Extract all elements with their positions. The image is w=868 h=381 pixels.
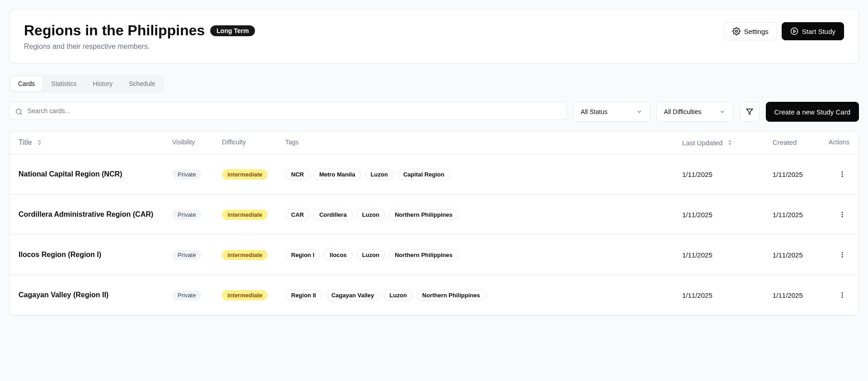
page-title: Regions in the Philippines — [24, 22, 205, 39]
tag: Northern Philippines — [389, 249, 458, 261]
tag: CAR — [285, 209, 310, 220]
tabs: Cards Statistics History Schedule — [9, 75, 164, 93]
difficulty-select[interactable]: All Difficulties — [656, 102, 733, 122]
col-header-title[interactable]: Title — [19, 138, 172, 147]
tags-cell: Region IIlocosLuzonNorthern Philippines — [285, 249, 682, 261]
more-vertical-icon — [839, 251, 846, 258]
svg-point-3 — [16, 109, 21, 114]
card-title[interactable]: Cagayan Valley (Region II) — [19, 291, 172, 299]
created-cell: 1/11/2025 — [773, 251, 822, 259]
tab-history[interactable]: History — [85, 76, 120, 91]
tag: Luzon — [356, 209, 385, 220]
col-header-visibility: Visibility — [172, 138, 222, 147]
row-actions-button[interactable] — [835, 207, 849, 222]
visibility-pill: Private — [172, 210, 201, 220]
updated-cell: 1/11/2025 — [682, 251, 773, 259]
svg-point-8 — [842, 176, 842, 176]
created-cell: 1/11/2025 — [773, 211, 822, 219]
table-row: Cordillera Administrative Region (CAR) P… — [9, 195, 859, 235]
tags-cell: NCRMetro ManilaLuzonCapital Region — [285, 169, 682, 180]
col-header-updated[interactable]: Last Updated — [682, 138, 773, 147]
difficulty-select-label: All Difficulties — [664, 108, 702, 115]
table-header: Title Visibility Difficulty Tags Last Up… — [9, 131, 859, 154]
cards-table: Title Visibility Difficulty Tags Last Up… — [9, 131, 859, 316]
tag: Northern Philippines — [416, 290, 486, 301]
tag: Cagayan Valley — [326, 290, 380, 301]
create-card-label: Create a new Study Card — [774, 108, 850, 116]
more-vertical-icon — [839, 291, 846, 299]
tag: Metro Manila — [313, 169, 361, 180]
svg-marker-2 — [793, 30, 796, 33]
tag: Ilocos — [324, 249, 353, 261]
updated-cell: 1/11/2025 — [682, 211, 773, 219]
tag: Region II — [285, 290, 322, 301]
table-row: National Capital Region (NCR) Private in… — [9, 154, 859, 195]
create-card-button[interactable]: Create a new Study Card — [766, 102, 859, 122]
col-header-actions: Actions — [822, 138, 849, 147]
tab-cards[interactable]: Cards — [11, 76, 42, 91]
difficulty-pill: intermediate — [222, 169, 268, 180]
more-vertical-icon — [839, 211, 846, 218]
table-row: Ilocos Region (Region I) Private interme… — [9, 235, 859, 275]
visibility-pill: Private — [172, 290, 201, 300]
tab-schedule[interactable]: Schedule — [122, 76, 162, 91]
tags-cell: Region IICagayan ValleyLuzonNorthern Phi… — [285, 290, 682, 301]
svg-point-0 — [735, 30, 737, 33]
card-title[interactable]: Ilocos Region (Region I) — [19, 251, 172, 259]
header-card: Regions in the Philippines Long Term Reg… — [9, 9, 859, 64]
tag: Luzon — [365, 169, 394, 180]
col-header-tags: Tags — [285, 138, 682, 147]
svg-point-16 — [842, 295, 842, 295]
svg-line-4 — [20, 113, 22, 114]
tag: Northern Philippines — [389, 209, 458, 220]
svg-point-7 — [842, 174, 842, 174]
svg-point-1 — [791, 28, 797, 35]
sort-icon — [727, 139, 733, 146]
updated-cell: 1/11/2025 — [682, 171, 773, 178]
gear-icon — [732, 27, 741, 35]
row-actions-button[interactable] — [835, 167, 849, 181]
svg-point-12 — [842, 252, 842, 253]
tag: Luzon — [384, 290, 413, 301]
search-icon — [15, 108, 23, 115]
badge-long-term: Long Term — [210, 25, 255, 36]
tab-statistics[interactable]: Statistics — [44, 76, 84, 91]
updated-cell: 1/11/2025 — [682, 291, 773, 299]
card-title[interactable]: Cordillera Administrative Region (CAR) — [19, 210, 172, 219]
svg-point-11 — [842, 216, 842, 217]
svg-point-10 — [842, 214, 842, 214]
filter-icon — [746, 108, 753, 115]
start-study-label: Start Study — [802, 28, 835, 35]
tag: Region I — [285, 249, 320, 261]
settings-button[interactable]: Settings — [724, 22, 777, 40]
row-actions-button[interactable] — [835, 248, 849, 262]
svg-point-9 — [842, 212, 842, 213]
row-actions-button[interactable] — [835, 288, 849, 302]
svg-marker-5 — [746, 109, 752, 114]
page-subtitle: Regions and their respective members. — [24, 43, 255, 51]
svg-point-13 — [842, 254, 842, 255]
tag: Cordillera — [313, 209, 353, 220]
svg-point-14 — [842, 257, 842, 257]
svg-point-17 — [842, 297, 842, 297]
status-select[interactable]: All Status — [573, 102, 650, 122]
difficulty-pill: intermediate — [222, 290, 268, 300]
card-title[interactable]: National Capital Region (NCR) — [19, 170, 172, 178]
more-vertical-icon — [839, 171, 846, 178]
search-input[interactable] — [9, 102, 567, 120]
play-circle-icon — [790, 27, 798, 35]
tag: NCR — [285, 169, 310, 180]
visibility-pill: Private — [172, 250, 201, 260]
filter-button[interactable] — [740, 102, 760, 122]
difficulty-pill: intermediate — [222, 250, 268, 260]
svg-point-6 — [842, 172, 842, 172]
created-cell: 1/11/2025 — [773, 171, 822, 178]
tag: Capital Region — [397, 169, 450, 180]
col-header-difficulty: Difficulty — [222, 138, 285, 147]
chevron-down-icon — [636, 109, 642, 115]
difficulty-pill: intermediate — [222, 210, 268, 220]
settings-label: Settings — [744, 28, 769, 35]
col-header-created: Created — [773, 138, 822, 147]
start-study-button[interactable]: Start Study — [782, 22, 844, 40]
visibility-pill: Private — [172, 169, 201, 180]
